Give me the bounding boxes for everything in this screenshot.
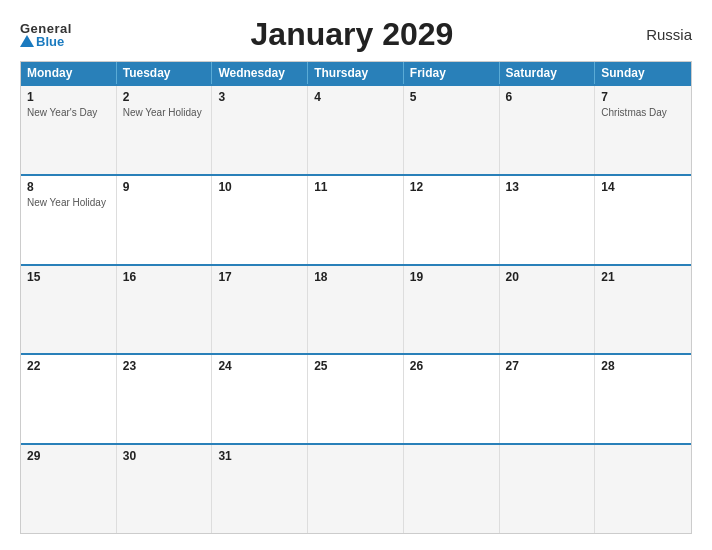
calendar-cell: 12 xyxy=(404,176,500,264)
week-row: 8New Year Holiday91011121314 xyxy=(21,174,691,264)
calendar-cell: 20 xyxy=(500,266,596,354)
country-label: Russia xyxy=(632,26,692,43)
cell-number: 2 xyxy=(123,90,206,104)
week-row: 22232425262728 xyxy=(21,353,691,443)
cell-number: 6 xyxy=(506,90,589,104)
calendar-cell: 19 xyxy=(404,266,500,354)
calendar-cell: 4 xyxy=(308,86,404,174)
day-header-saturday: Saturday xyxy=(500,62,596,84)
logo: General Blue xyxy=(20,22,72,48)
calendar-cell: 26 xyxy=(404,355,500,443)
calendar-cell: 15 xyxy=(21,266,117,354)
calendar-cell xyxy=(404,445,500,533)
cell-number: 31 xyxy=(218,449,301,463)
calendar-cell: 27 xyxy=(500,355,596,443)
calendar-cell: 25 xyxy=(308,355,404,443)
day-header-thursday: Thursday xyxy=(308,62,404,84)
calendar-cell: 31 xyxy=(212,445,308,533)
cell-holiday: New Year Holiday xyxy=(27,197,106,208)
cell-number: 7 xyxy=(601,90,685,104)
days-header: MondayTuesdayWednesdayThursdayFridaySatu… xyxy=(21,62,691,84)
week-row: 15161718192021 xyxy=(21,264,691,354)
calendar-cell xyxy=(308,445,404,533)
cell-number: 16 xyxy=(123,270,206,284)
calendar-cell: 18 xyxy=(308,266,404,354)
cell-number: 14 xyxy=(601,180,685,194)
calendar-cell: 24 xyxy=(212,355,308,443)
calendar-cell xyxy=(500,445,596,533)
cell-holiday: Christmas Day xyxy=(601,107,667,118)
cell-number: 12 xyxy=(410,180,493,194)
page: General Blue January 2029 Russia MondayT… xyxy=(0,0,712,550)
calendar-cell: 21 xyxy=(595,266,691,354)
calendar-cell: 8New Year Holiday xyxy=(21,176,117,264)
cell-number: 17 xyxy=(218,270,301,284)
day-header-sunday: Sunday xyxy=(595,62,691,84)
cell-number: 21 xyxy=(601,270,685,284)
cell-holiday: New Year's Day xyxy=(27,107,97,118)
week-row: 293031 xyxy=(21,443,691,533)
calendar: MondayTuesdayWednesdayThursdayFridaySatu… xyxy=(20,61,692,534)
week-row: 1New Year's Day2New Year Holiday34567Chr… xyxy=(21,84,691,174)
calendar-title: January 2029 xyxy=(72,16,632,53)
calendar-cell: 13 xyxy=(500,176,596,264)
day-header-tuesday: Tuesday xyxy=(117,62,213,84)
header: General Blue January 2029 Russia xyxy=(20,16,692,53)
calendar-cell: 22 xyxy=(21,355,117,443)
cell-number: 20 xyxy=(506,270,589,284)
cell-number: 3 xyxy=(218,90,301,104)
cell-number: 30 xyxy=(123,449,206,463)
logo-general-text: General xyxy=(20,22,72,35)
calendar-cell: 3 xyxy=(212,86,308,174)
cell-number: 8 xyxy=(27,180,110,194)
cell-number: 5 xyxy=(410,90,493,104)
calendar-cell: 17 xyxy=(212,266,308,354)
cell-number: 23 xyxy=(123,359,206,373)
day-header-wednesday: Wednesday xyxy=(212,62,308,84)
cell-number: 26 xyxy=(410,359,493,373)
cell-number: 10 xyxy=(218,180,301,194)
day-header-friday: Friday xyxy=(404,62,500,84)
cell-holiday: New Year Holiday xyxy=(123,107,202,118)
cell-number: 19 xyxy=(410,270,493,284)
calendar-cell: 28 xyxy=(595,355,691,443)
calendar-cell: 7Christmas Day xyxy=(595,86,691,174)
cell-number: 25 xyxy=(314,359,397,373)
cell-number: 15 xyxy=(27,270,110,284)
cell-number: 29 xyxy=(27,449,110,463)
weeks-container: 1New Year's Day2New Year Holiday34567Chr… xyxy=(21,84,691,533)
day-header-monday: Monday xyxy=(21,62,117,84)
cell-number: 9 xyxy=(123,180,206,194)
cell-number: 18 xyxy=(314,270,397,284)
logo-triangle-icon xyxy=(20,35,34,47)
calendar-cell: 1New Year's Day xyxy=(21,86,117,174)
calendar-cell: 9 xyxy=(117,176,213,264)
calendar-cell: 23 xyxy=(117,355,213,443)
calendar-cell: 2New Year Holiday xyxy=(117,86,213,174)
cell-number: 1 xyxy=(27,90,110,104)
calendar-cell xyxy=(595,445,691,533)
logo-blue-text: Blue xyxy=(20,35,72,48)
calendar-cell: 6 xyxy=(500,86,596,174)
cell-number: 22 xyxy=(27,359,110,373)
calendar-cell: 14 xyxy=(595,176,691,264)
calendar-cell: 16 xyxy=(117,266,213,354)
cell-number: 28 xyxy=(601,359,685,373)
cell-number: 4 xyxy=(314,90,397,104)
cell-number: 11 xyxy=(314,180,397,194)
calendar-cell: 30 xyxy=(117,445,213,533)
calendar-cell: 11 xyxy=(308,176,404,264)
calendar-cell: 29 xyxy=(21,445,117,533)
calendar-cell: 5 xyxy=(404,86,500,174)
cell-number: 13 xyxy=(506,180,589,194)
cell-number: 24 xyxy=(218,359,301,373)
cell-number: 27 xyxy=(506,359,589,373)
calendar-cell: 10 xyxy=(212,176,308,264)
